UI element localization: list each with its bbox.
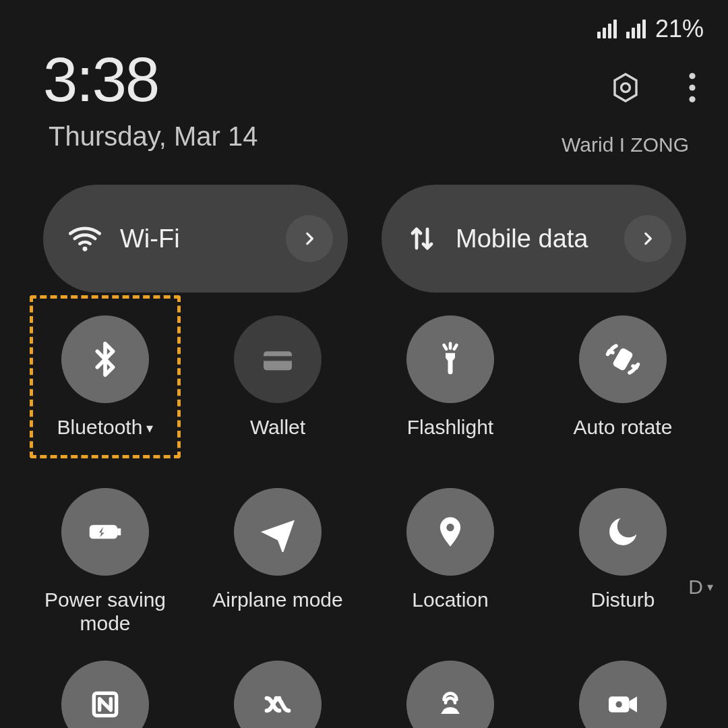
qs-tile-bluetooth[interactable]: Bluetooth▾	[24, 315, 186, 465]
dna-icon	[234, 661, 322, 728]
battery-icon	[61, 488, 149, 576]
clock-date: Thursday, Mar 14	[49, 121, 258, 152]
qs-tile-label: Flashlight	[407, 415, 493, 465]
svg-point-10	[446, 524, 454, 531]
qs-tile-label: Bluetooth▾	[57, 415, 154, 465]
svg-rect-9	[117, 528, 121, 535]
svg-point-4	[83, 247, 88, 251]
mobile-data-pill[interactable]: Mobile data	[382, 185, 686, 293]
svg-point-3	[689, 96, 695, 102]
qs-tile-cast[interactable]	[369, 661, 531, 728]
record-icon	[579, 661, 667, 728]
svg-rect-6	[264, 356, 292, 361]
signal-icon-2	[626, 20, 646, 38]
qs-tile-battery[interactable]: Power saving mode	[24, 488, 186, 638]
location-icon	[406, 488, 494, 576]
qs-tile-label: Disturb	[590, 588, 655, 638]
svg-point-13	[616, 701, 622, 707]
signal-icon-1	[597, 20, 617, 38]
wifi-label: Wi-Fi	[120, 224, 268, 253]
airplane-icon	[234, 488, 322, 576]
edge-fragment: D▾	[688, 576, 713, 599]
qs-tile-record[interactable]	[542, 661, 704, 728]
wallet-icon	[234, 315, 322, 403]
qs-tile-label: Airplane mode	[212, 588, 342, 638]
qs-tile-autorotate[interactable]: Auto rotate	[542, 315, 704, 465]
dropdown-caret-icon: ▾	[146, 421, 153, 437]
svg-point-0	[621, 84, 630, 92]
carrier-text: Warid I ZONG	[562, 133, 689, 156]
nfc-icon	[61, 661, 149, 728]
qs-tile-nfc[interactable]	[24, 661, 186, 728]
svg-rect-8	[90, 525, 117, 539]
qs-tile-wallet[interactable]: Wallet	[197, 315, 359, 465]
mobile-data-label: Mobile data	[456, 224, 607, 253]
qs-tile-label: Location	[412, 588, 488, 638]
moon-icon	[579, 488, 667, 576]
svg-rect-7	[612, 347, 634, 371]
qs-tile-label: Wallet	[250, 415, 305, 465]
bluetooth-icon	[61, 315, 149, 403]
more-icon[interactable]	[688, 72, 697, 103]
svg-point-1	[689, 73, 695, 79]
cast-icon	[406, 661, 494, 728]
qs-tile-location[interactable]: Location	[369, 488, 531, 638]
qs-tile-label: Power saving mode	[24, 588, 186, 638]
wifi-expand[interactable]	[286, 215, 333, 262]
svg-point-2	[689, 84, 695, 90]
status-bar: 21%	[597, 15, 704, 43]
qs-tile-airplane[interactable]: Airplane mode	[197, 488, 359, 638]
wifi-pill[interactable]: Wi-Fi	[43, 185, 348, 293]
autorotate-icon	[579, 315, 667, 403]
qs-tile-dna[interactable]	[197, 661, 359, 728]
flashlight-icon	[406, 315, 494, 403]
wifi-icon	[67, 221, 102, 256]
settings-icon[interactable]	[609, 71, 642, 104]
battery-text: 21%	[655, 15, 704, 43]
mobile-data-expand[interactable]	[624, 215, 671, 262]
qs-tile-flashlight[interactable]: Flashlight	[369, 315, 531, 465]
qs-tile-label: Auto rotate	[574, 415, 673, 465]
clock-time: 3:38	[43, 44, 158, 115]
qs-tile-moon[interactable]: Disturb	[542, 488, 704, 638]
mobile-data-icon	[406, 222, 438, 255]
